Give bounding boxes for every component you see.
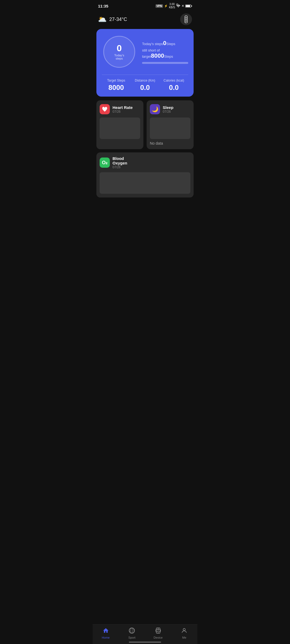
wifi-icon (176, 4, 180, 8)
blood-oxygen-section: O₂ Blood Oxygen 07/26 (93, 152, 197, 197)
calories-stat: Calories (kcal) 0.0 (160, 79, 188, 92)
svg-point-2 (186, 19, 187, 20)
heart-rate-header: Heart Rate 07/26 (100, 104, 140, 114)
weather-row: 🌥️ 27-34°C (93, 11, 197, 29)
blood-oxygen-title: Blood Oxygen (113, 156, 127, 165)
blood-oxygen-chart (100, 172, 190, 194)
steps-circle: 0 Today's steps (102, 34, 137, 69)
sleep-date: 07/26 (163, 110, 173, 114)
health-cards-grid: Heart Rate 07/26 🌙 Sleep 07/26 No data (93, 100, 197, 149)
heart-rate-title-group: Heart Rate 07/26 (113, 105, 133, 114)
weather-cloud-icon: 🌥️ (98, 15, 107, 24)
steps-card-top: 0 Today's steps Today's steps0Steps stil… (102, 34, 188, 69)
sleep-title: Sleep (163, 105, 173, 110)
status-icons: VPN ⚡ 3.00KB/S ✕ (155, 3, 192, 9)
sleep-no-data: No data (150, 141, 190, 145)
svg-point-1 (186, 17, 187, 18)
steps-info: Today's steps0Steps still short of targe… (142, 40, 188, 64)
short-of-target-row: still short of target8000Steps (142, 48, 188, 59)
calories-label: Calories (kcal) (160, 79, 188, 82)
sleep-header: 🌙 Sleep 07/26 (150, 104, 190, 114)
close-icon: ✕ (182, 4, 184, 8)
sleep-title-group: Sleep 07/26 (163, 105, 173, 114)
sleep-icon: 🌙 (150, 104, 160, 114)
calories-value: 0.0 (160, 83, 188, 92)
distance-value: 0.0 (130, 83, 159, 92)
heart-rate-icon (100, 104, 110, 114)
target-steps-value: 8000 (102, 83, 130, 92)
distance-stat: Distance (Km) 0.0 (130, 79, 159, 92)
heart-rate-chart (100, 118, 140, 139)
sleep-chart (150, 118, 190, 139)
heart-rate-title: Heart Rate (113, 105, 133, 110)
svg-point-3 (186, 20, 187, 21)
vpn-badge: VPN (155, 4, 163, 8)
sleep-card[interactable]: 🌙 Sleep 07/26 No data (147, 100, 194, 149)
heart-rate-card[interactable]: Heart Rate 07/26 (96, 100, 143, 149)
steps-card: 0 Today's steps Today's steps0Steps stil… (96, 29, 194, 97)
target-steps-label: Target Steps (102, 79, 130, 82)
steps-bottom: Target Steps 8000 Distance (Km) 0.0 Calo… (102, 75, 188, 92)
network-speed: 3.00KB/S (169, 3, 175, 9)
heart-rate-date: 07/26 (113, 110, 133, 114)
status-bar: 11:35 VPN ⚡ 3.00KB/S ✕ (93, 0, 197, 11)
blood-oxygen-header: O₂ Blood Oxygen 07/26 (100, 156, 190, 169)
steps-circle-inner: 0 Today's steps (111, 43, 128, 60)
steps-circle-number: 0 (111, 43, 128, 53)
blood-oxygen-icon: O₂ (100, 158, 110, 168)
distance-label: Distance (Km) (130, 79, 159, 82)
steps-progress-bar (142, 62, 188, 64)
weather-temp: 27-34°C (109, 17, 127, 22)
weather-info: 🌥️ 27-34°C (98, 15, 127, 24)
status-time: 11:35 (98, 4, 108, 8)
target-steps-stat: Target Steps 8000 (102, 79, 130, 92)
device-button[interactable] (180, 13, 192, 25)
today-steps-row: Today's steps0Steps (142, 40, 188, 47)
steps-circle-label: Today's steps (111, 54, 128, 60)
bluetooth-icon: ⚡ (164, 4, 168, 8)
blood-oxygen-title-group: Blood Oxygen 07/26 (113, 156, 127, 169)
blood-oxygen-card[interactable]: O₂ Blood Oxygen 07/26 (96, 152, 194, 197)
battery-icon (185, 5, 192, 8)
blood-oxygen-date: 07/26 (113, 165, 127, 169)
